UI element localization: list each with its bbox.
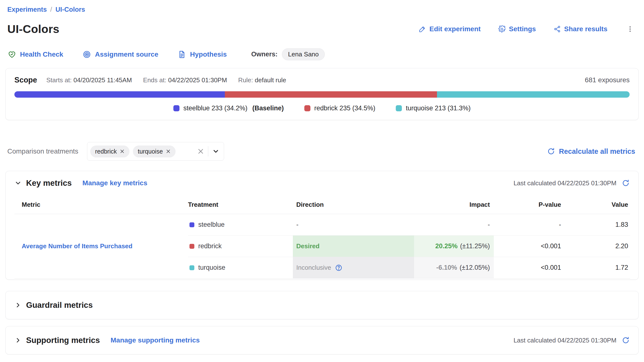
manage-key-metrics-link[interactable]: Manage key metrics [82,179,147,187]
breadcrumb-separator: / [50,6,52,14]
refresh-icon [547,147,555,155]
clear-selection-icon[interactable] [197,148,204,155]
page-header: UI-Colors Edit experiment Settings Share… [0,14,644,36]
assignment-source-label: Assignment source [95,51,158,58]
owner-pill[interactable]: Lena Sano [282,48,325,60]
table-row-redbrick-pvalue: <0.001 [494,236,566,257]
bullseye-icon [83,50,91,59]
allocation-legend: steelblue 233 (34.2%) (Baseline) redbric… [14,105,630,112]
scope-meta: Starts at: 04/20/2025 11:45AM Ends at: 0… [46,76,286,84]
table-row-steelblue-treatment: steelblue [188,214,293,236]
treatment-name: redbrick [198,242,222,250]
document-icon [178,50,186,59]
collapse-key-metrics-icon[interactable] [14,179,22,187]
health-check-label: Health Check [20,51,63,58]
column-header-value: Value [566,195,630,214]
table-row-turquoise-impact: -6.10% (±12.05%) [414,257,494,278]
supporting-metrics-card: Supporting metrics Manage supporting met… [5,326,639,354]
legend-item-turquoise: turquoise 213 (31.3%) [396,105,470,112]
value: 2.20 [615,242,628,250]
table-row-redbrick-treatment: redbrick [188,236,293,257]
manage-supporting-metrics-link[interactable]: Manage supporting metrics [111,336,200,344]
treatment-name: steelblue [198,221,224,228]
treatment-name: turquoise [198,264,225,271]
value: 1.83 [615,221,628,228]
comparison-treatments-select[interactable]: redbrick turquoise [87,142,224,161]
chip-label: turquoise [138,148,163,155]
remove-turquoise-icon[interactable] [166,149,171,154]
edit-experiment-button[interactable]: Edit experiment [419,25,480,33]
impact-value: -6.10% [436,264,457,271]
legend-item-redbrick: redbrick 235 (34.5%) [304,105,376,112]
breadcrumb-experiments[interactable]: Experiments [7,6,47,14]
table-row-redbrick-direction: Desired [293,236,414,257]
ends-at-label: Ends at: [143,76,166,84]
owners: Owners: Lena Sano [251,48,325,60]
header-actions: Edit experiment Settings Share results [419,24,635,34]
edit-experiment-label: Edit experiment [430,25,480,33]
column-header-treatment: Treatment [188,195,293,214]
column-header-metric: Metric [14,195,188,214]
key-metrics-card: Key metrics Manage key metrics Last calc… [5,171,639,280]
allocation-segment-redbrick [225,91,437,98]
key-metrics-last-calculated: Last calculated 04/22/2025 01:30PM [514,179,616,187]
allocation-segment-turquoise [437,91,630,98]
guardrail-metrics-card: Guardrail metrics [5,291,639,319]
expand-supporting-icon[interactable] [14,337,22,344]
refresh-icon[interactable] [622,179,630,187]
hypothesis-link[interactable]: Hypothesis [178,50,227,59]
allocation-segment-steelblue [14,91,225,98]
question-circle-icon[interactable] [335,264,342,271]
column-header-impact: Impact [414,195,494,214]
share-results-button[interactable]: Share results [554,25,608,33]
redbrick-swatch [190,244,194,249]
table-row-redbrick-value: 2.20 [566,236,630,257]
remove-redbrick-icon[interactable] [120,149,124,154]
table-row-steelblue-direction: - [293,214,414,236]
chevron-down-icon[interactable] [212,148,220,155]
steelblue-swatch [174,105,180,111]
value: 1.72 [615,264,628,271]
starts-at-value: 04/20/2025 11:45AM [74,76,132,84]
rule-value: default rule [255,76,286,84]
scope-title: Scope [14,76,37,85]
guardrail-metrics-title: Guardrail metrics [26,300,93,310]
legend-label: redbrick 235 (34.5%) [314,105,376,112]
pencil-icon [419,25,426,33]
heart-check-icon [8,50,16,59]
pvalue: - [559,221,561,228]
turquoise-swatch [396,105,402,111]
metric-link[interactable]: Average Number of Items Purchased [22,242,132,250]
table-row-steelblue-pvalue: - [494,214,566,236]
direction-value: Desired [296,242,320,250]
key-metrics-table: Metric Treatment Direction Impact P-valu… [14,195,630,278]
assignment-source-link[interactable]: Assignment source [83,50,158,59]
turquoise-swatch [190,265,194,270]
pvalue: <0.001 [541,264,561,271]
table-row-turquoise-treatment: turquoise [188,257,293,278]
health-check-link[interactable]: Health Check [8,50,63,59]
legend-item-steelblue: steelblue 233 (34.2%) (Baseline) [174,105,284,112]
exposures-count: 681 exposures [585,76,630,84]
table-row-steelblue-value: 1.83 [566,214,630,236]
recalculate-label: Recalculate all metrics [559,147,635,156]
supporting-metrics-title: Supporting metrics [26,336,100,345]
select-divider [208,146,208,156]
chip-turquoise: turquoise [133,146,176,157]
rule-label: Rule: [238,76,253,84]
refresh-icon[interactable] [622,336,630,344]
recalculate-all-metrics-button[interactable]: Recalculate all metrics [547,147,635,156]
comparison-treatments-label: Comparison treatments [7,147,78,155]
share-results-label: Share results [564,25,608,33]
comparison-row: Comparison treatments redbrick turquoise [0,142,644,161]
more-options-button[interactable] [625,24,635,34]
allocation-bar [14,91,630,98]
settings-button[interactable]: Settings [498,25,536,33]
hypothesis-label: Hypothesis [190,51,227,58]
expand-guardrail-icon[interactable] [14,301,22,309]
table-row-steelblue-impact: - [414,214,494,236]
breadcrumb-current[interactable]: UI-Colors [56,6,85,14]
impact-ci: (±12.05%) [460,264,490,271]
table-row-turquoise-value: 1.72 [566,257,630,278]
impact-value: - [488,221,490,228]
